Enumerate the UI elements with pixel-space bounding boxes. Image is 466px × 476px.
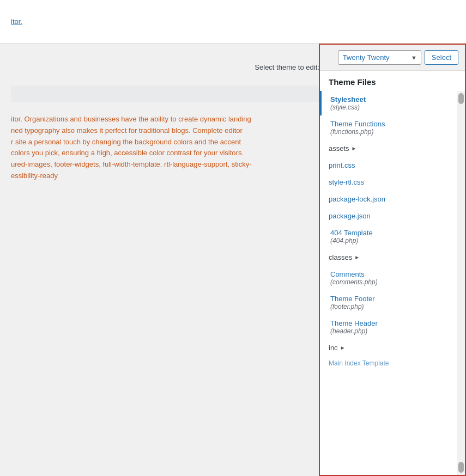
- file-item-package-json[interactable]: package.json: [320, 208, 457, 224]
- panel-theme-select[interactable]: Twenty Twenty Twenty Twenty-One Twenty T…: [338, 50, 421, 65]
- file-name-package-lock: package-lock.json: [329, 195, 385, 203]
- file-item-package-lock[interactable]: package-lock.json: [320, 191, 457, 208]
- file-item-print-css[interactable]: print.css: [320, 157, 457, 174]
- file-name-package-json: package.json: [329, 212, 371, 220]
- scroll-down-thumb[interactable]: [458, 462, 464, 473]
- file-name-404-template: 404 Template: [330, 229, 449, 237]
- file-sub-stylesheet: (style.css): [330, 103, 449, 111]
- file-sub-theme-header: (header.php): [330, 327, 449, 335]
- folder-arrow-inc: ►: [340, 345, 346, 351]
- folder-item-assets[interactable]: assets ►: [320, 140, 457, 157]
- folder-label-assets: assets: [329, 144, 349, 152]
- file-sub-theme-functions: (functions.php): [330, 128, 449, 136]
- select-theme-label: Select theme to edit:: [255, 63, 319, 71]
- file-name-theme-functions: Theme Functions: [330, 120, 449, 128]
- file-name-comments: Comments: [330, 270, 449, 278]
- file-name-theme-footer: Theme Footer: [330, 295, 449, 303]
- main-area: Select theme to edit: Twenty Twenty Twen…: [0, 44, 466, 476]
- folder-label-classes: classes: [329, 253, 352, 261]
- file-item-comments[interactable]: Comments (comments.php): [320, 266, 457, 290]
- file-name-style-rtl: style-rtl.css: [329, 178, 364, 186]
- scroll-up-thumb[interactable]: [458, 93, 464, 104]
- file-item-theme-functions[interactable]: Theme Functions (functions.php): [320, 115, 457, 140]
- panel-select-row: Twenty Twenty Twenty Twenty-One Twenty T…: [320, 45, 465, 71]
- file-item-main-index[interactable]: Main Index Template: [320, 356, 457, 370]
- folder-arrow-classes: ►: [354, 254, 360, 260]
- files-list[interactable]: Stylesheet (style.css) Theme Functions (…: [320, 91, 465, 475]
- description-line1: itor. Organizations and businesses have …: [11, 115, 251, 123]
- file-name-print-css: print.css: [329, 161, 355, 169]
- file-item-theme-footer[interactable]: Theme Footer (footer.php): [320, 290, 457, 315]
- panel-theme-dropdown-wrapper: Twenty Twenty Twenty Twenty-One Twenty T…: [338, 50, 421, 65]
- file-name-main-index: Main Index Template: [329, 359, 389, 367]
- description-line5: ured-images, footer-widgets, full-width-…: [11, 160, 251, 168]
- file-name-theme-header: Theme Header: [330, 319, 449, 327]
- description-line6: essibility-ready: [11, 172, 58, 180]
- theme-files-title: Theme Files: [320, 71, 465, 91]
- file-item-stylesheet[interactable]: Stylesheet (style.css): [320, 91, 457, 115]
- theme-files-panel: Twenty Twenty Twenty Twenty-One Twenty T…: [319, 44, 466, 476]
- folder-label-inc: inc: [329, 344, 338, 352]
- file-sub-404-template: (404.php): [330, 237, 449, 245]
- top-link[interactable]: itor.: [11, 17, 22, 26]
- file-name-stylesheet: Stylesheet: [330, 95, 449, 103]
- description-line4: colors you pick, ensuring a high, access…: [11, 149, 244, 157]
- file-item-404-template[interactable]: 404 Template (404.php): [320, 224, 457, 249]
- panel-select-button[interactable]: Select: [425, 50, 458, 65]
- description-line3: r site a personal touch by changing the …: [11, 138, 241, 146]
- description-line2: ned typography also makes it perfect for…: [11, 126, 243, 135]
- top-bar: itor.: [0, 0, 466, 44]
- scrollbar[interactable]: [457, 91, 465, 475]
- folder-arrow-assets: ►: [352, 145, 357, 151]
- file-sub-theme-footer: (footer.php): [330, 303, 449, 310]
- file-sub-comments: (comments.php): [330, 278, 449, 286]
- folder-item-classes[interactable]: classes ►: [320, 249, 457, 266]
- file-item-theme-header[interactable]: Theme Header (header.php): [320, 315, 457, 339]
- file-item-style-rtl[interactable]: style-rtl.css: [320, 174, 457, 191]
- folder-item-inc[interactable]: inc ►: [320, 339, 457, 356]
